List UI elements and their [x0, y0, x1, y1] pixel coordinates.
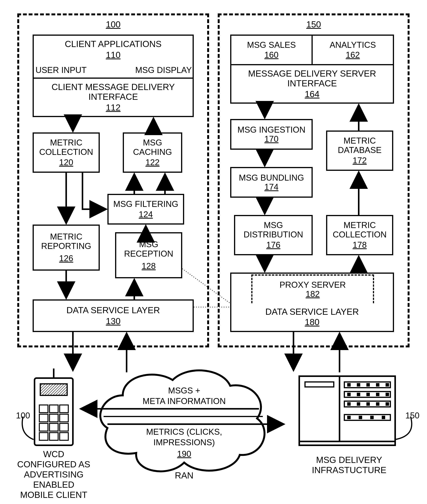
svg-rect-65	[359, 416, 362, 419]
client-applications-title: CLIENT APPLICATIONS	[65, 39, 161, 49]
server-id: 150	[300, 19, 327, 30]
svg-rect-52	[376, 383, 379, 387]
svg-rect-33	[39, 414, 48, 422]
cloud-id: 190	[169, 449, 199, 459]
server-ref: 150	[403, 411, 422, 420]
msg-caching-box: MSG CACHING 122	[123, 132, 182, 173]
user-input-label: USER INPUT	[36, 65, 93, 75]
msg-bundling-box: MSG BUNDLING 174	[230, 167, 313, 198]
client-applications-id: 110	[106, 50, 121, 60]
mdsi-id: 164	[305, 89, 320, 99]
data-service-layer-left-box: DATA SERVICE LAYER 130	[33, 299, 194, 332]
msg-ingestion-id: 170	[264, 134, 278, 144]
metric-collection-box: METRIC COLLECTION 120	[33, 132, 100, 173]
msg-reception-id: 128	[142, 261, 156, 271]
svg-rect-42	[299, 376, 395, 442]
analytics-title: ANALYTICS	[329, 40, 376, 49]
metric-collection-title: METRIC COLLECTION	[34, 138, 99, 157]
svg-rect-39	[39, 433, 48, 440]
dsl-right-title: DATA SERVICE LAYER	[265, 307, 359, 317]
msg-caching-id: 122	[145, 158, 160, 167]
svg-rect-41	[60, 433, 68, 440]
msg-display-label: MSG DISPLAY	[130, 65, 192, 75]
msg-reception-box: MSG RECEPTION 128	[115, 232, 182, 278]
msg-filtering-id: 124	[139, 210, 153, 219]
svg-rect-66	[370, 416, 374, 419]
msg-ingestion-title: MSG INGESTION	[237, 125, 305, 134]
svg-rect-47	[344, 401, 390, 407]
svg-rect-64	[347, 416, 351, 419]
metric-collection-right-box: METRIC COLLECTION 178	[326, 215, 393, 255]
svg-rect-63	[386, 402, 389, 406]
svg-rect-30	[39, 405, 48, 413]
svg-rect-48	[344, 415, 390, 420]
svg-rect-61	[366, 402, 370, 406]
svg-rect-62	[376, 402, 379, 406]
client-id: 100	[100, 19, 127, 30]
cloud-line4: IMPRESSIONS)	[146, 438, 222, 447]
svg-rect-45	[344, 382, 390, 388]
mdsi-title: MESSAGE DELIVERY SERVER INTERFACE	[231, 69, 393, 88]
msg-filtering-title: MSG FILTERING	[113, 199, 178, 209]
svg-rect-38	[60, 423, 68, 431]
dsl-right-id: 180	[305, 317, 320, 327]
svg-rect-36	[39, 423, 48, 431]
msg-sales-id: 160	[264, 50, 278, 60]
msg-filtering-box: MSG FILTERING 124	[107, 194, 184, 225]
msg-sales-title: MSG SALES	[247, 40, 296, 49]
svg-rect-55	[357, 393, 360, 396]
dsl-left-title: DATA SERVICE LAYER	[66, 305, 160, 315]
metric-reporting-box: METRIC REPORTING 126	[33, 225, 100, 271]
metric-collection-right-id: 178	[353, 240, 366, 249]
svg-rect-57	[376, 393, 379, 396]
svg-rect-53	[386, 383, 389, 387]
cloud-line2: META INFORMATION	[130, 396, 238, 406]
svg-rect-46	[344, 392, 390, 397]
svg-rect-40	[49, 433, 58, 440]
msg-distribution-id: 176	[266, 240, 280, 249]
metric-database-id: 172	[353, 156, 366, 165]
svg-rect-51	[366, 383, 370, 387]
svg-rect-50	[357, 383, 360, 387]
msg-ingestion-box: MSG INGESTION 170	[230, 119, 313, 150]
client-msg-delivery-interface-box: CLIENT MESSAGE DELIVERY INTERFACE 112	[33, 78, 194, 117]
svg-rect-31	[49, 405, 58, 413]
msg-bundling-id: 174	[264, 182, 278, 192]
metric-collection-right-title: METRIC COLLECTION	[327, 221, 392, 239]
server-icon	[299, 376, 395, 445]
server-caption: MSG DELIVERY INFRASTUCTURE	[299, 455, 399, 475]
proxy-id: 182	[305, 289, 320, 299]
svg-rect-34	[49, 414, 58, 422]
analytics-id: 162	[346, 50, 360, 60]
wcd-caption: WCD CONFIGURED AS ADVERTISING ENABLED MO…	[12, 449, 96, 500]
msg-delivery-server-interface-box: MESSAGE DELIVERY SERVER INTERFACE 164	[230, 64, 394, 104]
metric-collection-id: 120	[59, 158, 73, 167]
msg-distribution-title: MSG DISTRIBUTION	[235, 221, 312, 239]
metric-reporting-title: METRIC REPORTING	[34, 232, 99, 251]
metric-reporting-id: 126	[59, 254, 73, 263]
proxy-title: PROXY SERVER	[280, 280, 346, 289]
cmdi-title: CLIENT MESSAGE DELIVERY INTERFACE	[34, 82, 193, 101]
svg-rect-67	[382, 416, 385, 419]
svg-rect-44	[305, 382, 334, 387]
msg-sales-box: MSG SALES 160	[230, 35, 313, 65]
metric-database-box: METRIC DATABASE 172	[326, 131, 393, 171]
dsl-left-id: 130	[106, 316, 121, 326]
svg-rect-37	[49, 423, 58, 431]
svg-rect-68	[299, 442, 395, 445]
wcd-ref: 100	[13, 411, 33, 420]
cloud-line1: MSGS +	[146, 386, 222, 395]
svg-rect-35	[60, 414, 68, 422]
msg-distribution-box: MSG DISTRIBUTION 176	[234, 215, 313, 255]
analytics-box: ANALYTICS 162	[312, 35, 394, 65]
cloud-line3: METRICS (CLICKS,	[134, 427, 234, 437]
msg-caching-title: MSG CACHING	[124, 138, 181, 157]
msg-reception-title: MSG RECEPTION	[116, 240, 181, 258]
msg-bundling-title: MSG BUNDLING	[239, 173, 304, 182]
ran-label: RAN	[171, 470, 198, 481]
svg-rect-56	[366, 393, 370, 396]
metric-database-title: METRIC DATABASE	[327, 136, 392, 155]
svg-rect-60	[357, 402, 360, 406]
svg-rect-58	[386, 393, 389, 396]
phone-icon	[35, 369, 73, 445]
